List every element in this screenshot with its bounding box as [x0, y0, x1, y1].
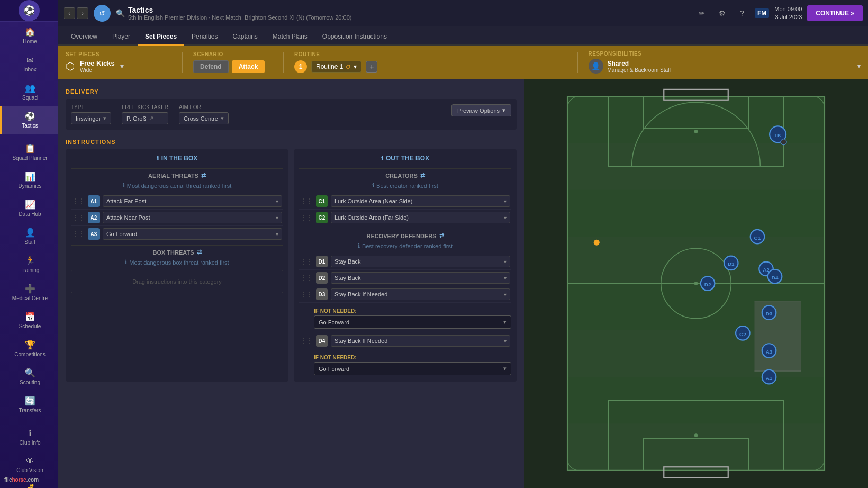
a1-select[interactable]: Attack Far Post ▾: [103, 195, 282, 207]
d2-select[interactable]: Stay Back ▾: [331, 272, 510, 284]
delivery-aim-select[interactable]: Cross Centre ▾: [179, 112, 229, 124]
sidebar-item-competitions[interactable]: 🏆 Competitions: [0, 335, 58, 363]
scenario-defend-button[interactable]: Defend: [193, 60, 229, 73]
routine-section: ROUTINE 1 Routine 1 ⏱ ▾ +: [294, 51, 567, 73]
aerial-a3-row: ⋮⋮ A3 Go Forward ▾: [71, 226, 283, 242]
d3-select[interactable]: Stay Back If Needed ▾: [331, 288, 510, 300]
delivery-section: DELIVERY TYPE Inswinger ▾ FREE KICK TAKE…: [66, 84, 517, 134]
tab-opposition[interactable]: Opposition Instructions: [315, 29, 394, 46]
page-title: Tactics: [128, 6, 351, 14]
sidebar-item-inbox[interactable]: ✉ Inbox: [0, 50, 58, 78]
shuffle-icon-rd[interactable]: ⇄: [439, 232, 444, 239]
d4-select[interactable]: Stay Back If Needed ▾: [331, 335, 510, 347]
set-pieces-dropdown[interactable]: Free Kicks Wide: [80, 59, 115, 73]
home-button[interactable]: ↺: [94, 5, 111, 22]
d3-if-not-select[interactable]: Go Forward ▾: [314, 315, 511, 329]
sidebar-item-tactics[interactable]: ⚽ Tactics: [0, 106, 58, 134]
edit-icon[interactable]: ✏: [694, 6, 709, 21]
stripe-3: [567, 190, 825, 237]
svg-point-3: [694, 282, 698, 285]
drag-handle-d2[interactable]: ⋮⋮: [300, 274, 313, 282]
sidebar-item-squad-planner[interactable]: 📋 Squad Planner: [0, 138, 58, 166]
delivery-aim-label: AIM FOR: [179, 104, 229, 110]
sidebar-item-medical[interactable]: ➕ Medical Centre: [0, 278, 58, 306]
a3-select[interactable]: Go Forward ▾: [103, 228, 282, 240]
drag-handle-c2[interactable]: ⋮⋮: [300, 214, 313, 221]
d1-select[interactable]: Stay Back ▾: [331, 256, 510, 267]
preview-options-button[interactable]: Preview Options ▾: [451, 104, 511, 116]
svg-point-17: [781, 139, 786, 145]
d3-if-not-arrow: ▾: [503, 319, 507, 326]
drag-handle-c1[interactable]: ⋮⋮: [300, 197, 313, 205]
drag-handle-a1[interactable]: ⋮⋮: [72, 197, 85, 205]
tab-match-plans[interactable]: Match Plans: [265, 29, 315, 46]
delivery-aim-arrow: ▾: [221, 115, 224, 122]
sidebar-item-home[interactable]: 🏠 Home: [0, 22, 58, 50]
nav-forward-button[interactable]: ›: [77, 7, 88, 19]
sidebar-item-transfers[interactable]: 🔄 Transfers: [0, 391, 58, 419]
dynamics-icon: 📊: [25, 171, 35, 182]
set-pieces-sub: Wide: [80, 67, 115, 73]
tab-player[interactable]: Player: [105, 29, 138, 46]
sidebar-item-schedule[interactable]: 📅 Schedule: [0, 306, 58, 335]
sidebar-item-training[interactable]: 🏃 Training: [0, 250, 58, 278]
a3-arrow: ▾: [276, 231, 278, 237]
tactics-title-block: Tactics 5th in English Premier Division …: [128, 6, 351, 21]
routine-add-button[interactable]: +: [366, 61, 377, 73]
c2-arrow: ▾: [504, 215, 507, 221]
c1-select[interactable]: Lurk Outside Area (Near Side) ▾: [331, 195, 510, 207]
instructions-grid: ℹ IN THE BOX AERIAL THREATS ⇄ ℹ Most dan…: [66, 149, 517, 382]
tab-set-pieces[interactable]: Set Pieces: [138, 29, 184, 46]
hp-divider-2: [283, 52, 284, 73]
responsibilities-controls: 👤 Shared Manager & Backroom Staff ▾: [589, 59, 861, 74]
in-the-box-title: ℹ IN THE BOX: [71, 155, 283, 165]
drag-handle-d1[interactable]: ⋮⋮: [300, 258, 313, 265]
info-icon[interactable]: ?: [735, 6, 749, 21]
sidebar-item-data-hub[interactable]: 📈 Data Hub: [0, 194, 58, 222]
shuffle-icon[interactable]: ⇄: [201, 172, 206, 179]
search-icon: 🔍: [116, 9, 125, 17]
sidebar: ⚽ 🏠 Home ✉ Inbox 👥 Squad ⚽ Tactics 📋 Squ…: [0, 0, 58, 488]
badge-d3: D3: [316, 288, 328, 300]
aerial-a2-row: ⋮⋮ A2 Attack Near Post ▾: [71, 210, 283, 226]
delivery-taker-select[interactable]: P. Groß ↗: [122, 112, 168, 124]
tabs-bar: Overview Player Set Pieces Penalties Cap…: [58, 26, 868, 46]
date-line2: 3 Jul 2023: [774, 13, 802, 21]
a1-arrow: ▾: [276, 198, 278, 204]
recovery-defenders-section: RECOVERY DEFENDERS ⇄ ℹ Best recovery def…: [299, 229, 511, 376]
help-icon[interactable]: ⚙: [715, 6, 729, 21]
drag-handle-a3[interactable]: ⋮⋮: [72, 230, 85, 238]
drag-handle-d3[interactable]: ⋮⋮: [300, 291, 313, 298]
title-area: 🔍 Tactics 5th in English Premier Divisio…: [116, 6, 689, 21]
tab-penalties[interactable]: Penalties: [184, 29, 225, 46]
in-the-box-column: ℹ IN THE BOX AERIAL THREATS ⇄ ℹ Most dan…: [66, 149, 288, 382]
sidebar-item-staff[interactable]: 👤 Staff: [0, 222, 58, 250]
scenario-attack-button[interactable]: Attack: [232, 60, 265, 73]
d4-if-not-select[interactable]: Go Forward ▾: [314, 362, 511, 375]
tab-overview[interactable]: Overview: [64, 29, 105, 46]
drag-handle-d4[interactable]: ⋮⋮: [300, 337, 313, 345]
drag-handle-a2[interactable]: ⋮⋮: [72, 214, 85, 221]
delivery-type-select[interactable]: Inswinger ▾: [71, 112, 111, 124]
c2-select[interactable]: Lurk Outside Area (Far Side) ▾: [331, 212, 510, 223]
shuffle-icon-c[interactable]: ⇄: [420, 172, 425, 179]
nav-back-button[interactable]: ‹: [64, 7, 75, 19]
routine-number: 1: [294, 60, 307, 73]
rd-d2-row: ⋮⋮ D2 Stay Back ▾: [299, 270, 511, 286]
a2-select[interactable]: Attack Near Post ▾: [103, 212, 282, 223]
routine-clock-icon: ⏱: [346, 64, 351, 70]
info-icon-at: ℹ: [123, 182, 125, 189]
sidebar-item-club-vision[interactable]: 👁 Club Vision: [0, 451, 58, 478]
d4-arrow: ▾: [504, 338, 507, 344]
staff-icon: 👤: [25, 228, 35, 238]
shuffle-icon-bt[interactable]: ⇄: [197, 249, 202, 256]
continue-button[interactable]: CONTINUE »: [807, 5, 863, 21]
routine-select[interactable]: Routine 1 ⏱ ▾: [311, 61, 361, 73]
hp-divider-3: [577, 52, 578, 73]
sidebar-item-club-info[interactable]: ℹ Club Info: [0, 423, 58, 451]
tab-captains[interactable]: Captains: [225, 29, 265, 46]
sidebar-item-dynamics[interactable]: 📊 Dynamics: [0, 166, 58, 194]
sidebar-item-squad[interactable]: 👥 Squad: [0, 78, 58, 106]
sidebar-item-scouting[interactable]: 🔍 Scouting: [0, 363, 58, 391]
field-preview: TK C1 D1 D2 A2 D4 D3: [524, 79, 868, 488]
